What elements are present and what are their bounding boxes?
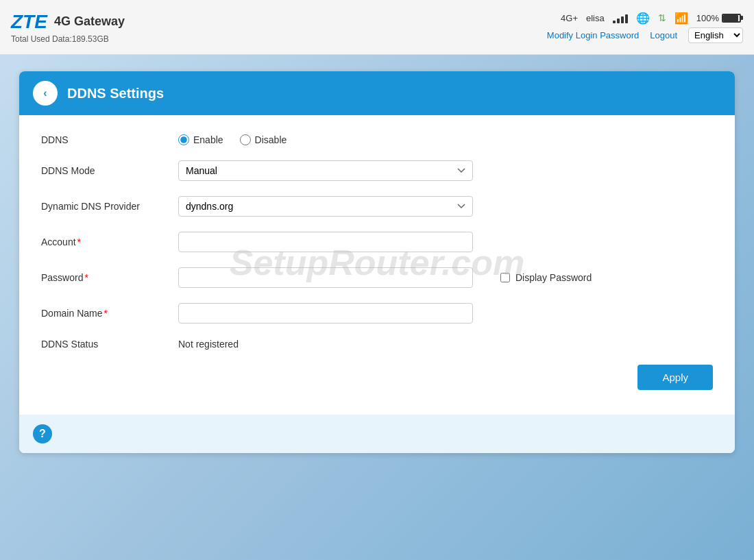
password-label: Password* [41, 272, 178, 283]
enable-radio[interactable] [178, 134, 189, 145]
display-password-label[interactable]: Display Password [515, 272, 592, 283]
domain-name-row: Domain Name* [41, 303, 713, 324]
disable-label: Disable [255, 134, 287, 145]
domain-name-control [178, 303, 713, 324]
header-right: 4G+ elisa 🌐 ⇅ 📶 100% M [547, 12, 743, 43]
ddns-mode-row: DDNS Mode Manual Auto [41, 160, 713, 181]
dns-provider-select[interactable]: dyndns.org no-ip.com oray.net [178, 196, 473, 217]
ddns-card: SetupRouter.com ‹ DDNS Settings DDNS Ena… [19, 71, 735, 453]
password-row: Password* Display Password [41, 267, 713, 288]
wifi-icon: 📶 [674, 12, 688, 25]
main-content: SetupRouter.com ‹ DDNS Settings DDNS Ena… [0, 55, 754, 470]
logout-link[interactable]: Logout [650, 30, 677, 40]
ddns-control-area: Enable Disable [178, 134, 713, 145]
language-select[interactable]: English Finnish Swedish [688, 27, 743, 43]
account-row: Account* [41, 232, 713, 252]
dns-provider-label: Dynamic DNS Provider [41, 201, 178, 212]
ddns-mode-control: Manual Auto [178, 160, 713, 181]
globe-icon: 🌐 [636, 12, 650, 25]
card-title: DDNS Settings [67, 86, 164, 101]
dns-provider-control: dyndns.org no-ip.com oray.net [178, 196, 713, 217]
help-icon[interactable]: ? [33, 424, 52, 443]
battery-percent: 100% [696, 13, 719, 23]
zte-logo: ZTE 4G Gateway [11, 11, 125, 33]
card-header: ‹ DDNS Settings [19, 71, 735, 115]
header-links: Modify Login Password Logout English Fin… [547, 27, 743, 43]
password-input[interactable] [178, 267, 473, 288]
total-data: Total Used Data:189.53GB [11, 34, 125, 44]
back-button[interactable]: ‹ [33, 81, 58, 106]
battery-container: 100% [696, 13, 743, 23]
button-row: Apply [41, 365, 713, 390]
domain-name-input[interactable] [178, 303, 473, 324]
ddns-mode-label: DDNS Mode [41, 165, 178, 176]
zte-brand: ZTE [11, 11, 47, 33]
carrier-name: elisa [586, 13, 605, 23]
enable-radio-label[interactable]: Enable [178, 134, 223, 145]
modify-login-link[interactable]: Modify Login Password [547, 30, 639, 40]
display-password-area: Display Password [500, 272, 592, 283]
enable-label: Enable [193, 134, 223, 145]
password-control: Display Password [178, 267, 713, 288]
account-required: * [77, 236, 81, 247]
ddns-status-label: DDNS Status [41, 339, 178, 350]
domain-name-required: * [104, 308, 107, 319]
gateway-title: 4G Gateway [54, 14, 125, 29]
network-type: 4G+ [561, 13, 578, 23]
disable-radio-label[interactable]: Disable [240, 134, 287, 145]
header-left: ZTE 4G Gateway Total Used Data:189.53GB [11, 11, 125, 44]
ddns-mode-select[interactable]: Manual Auto [178, 160, 473, 181]
status-icons: 4G+ elisa 🌐 ⇅ 📶 100% [561, 12, 743, 25]
dns-provider-row: Dynamic DNS Provider dyndns.org no-ip.co… [41, 196, 713, 217]
display-password-checkbox[interactable] [500, 273, 510, 282]
account-input[interactable] [178, 232, 473, 252]
domain-name-label: Domain Name* [41, 308, 178, 319]
help-section: ? [19, 415, 735, 453]
ddns-enable-row: DDNS Enable Disable [41, 134, 713, 145]
password-required: * [84, 272, 88, 283]
signal-icon [613, 12, 628, 23]
card-body: DDNS Enable Disable [19, 115, 735, 415]
ddns-status-control: Not registered [178, 339, 713, 350]
ddns-radio-group: Enable Disable [178, 134, 287, 145]
ddns-status-value: Not registered [178, 339, 239, 350]
data-transfer-icon: ⇅ [658, 12, 666, 23]
account-control [178, 232, 713, 252]
ddns-status-row: DDNS Status Not registered [41, 339, 713, 350]
page-header: ZTE 4G Gateway Total Used Data:189.53GB … [0, 0, 754, 55]
disable-radio[interactable] [240, 134, 251, 145]
ddns-label: DDNS [41, 134, 178, 145]
battery-icon [722, 14, 743, 23]
apply-button[interactable]: Apply [637, 365, 713, 390]
account-label: Account* [41, 236, 178, 247]
